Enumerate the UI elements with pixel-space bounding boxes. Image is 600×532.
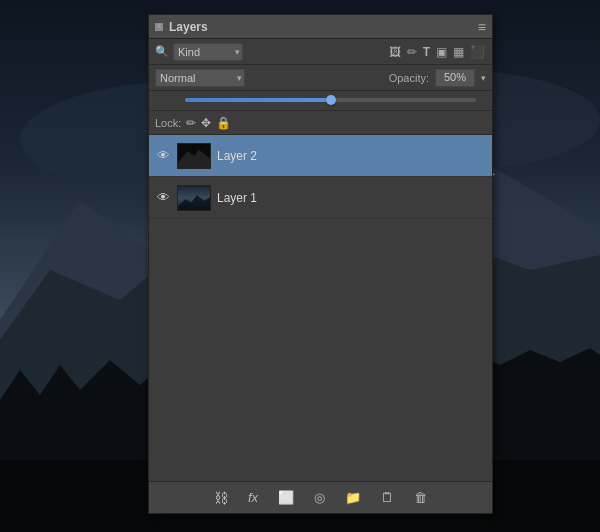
layers-list: 👁 Layer 2 👁 [149,135,492,481]
blend-mode-wrapper: Normal Dissolve Multiply Screen Overlay [155,69,245,87]
filter-type-icon[interactable]: T [422,44,431,60]
filter-search-icon: 🔍 [155,45,169,58]
layer-item-1[interactable]: 👁 Layer 1 [149,177,492,219]
visibility-icon-2[interactable]: 👁 [155,148,171,163]
opacity-value[interactable]: 50% [435,69,475,87]
link-layers-button[interactable]: ⛓ [210,488,232,508]
opacity-dropdown-arrow[interactable]: ▾ [481,73,486,83]
filter-fill-icon[interactable]: ⬛ [469,44,486,60]
opacity-slider-thumb[interactable] [326,95,336,105]
opacity-slider-row [149,91,492,111]
panel-toolbar: ⛓ fx ⬜ ◎ 📁 🗒 🗑 [149,481,492,513]
opacity-slider-fill [185,98,331,102]
panel-titlebar: × Layers ≡ [149,15,492,39]
filter-image-icon[interactable]: 🖼 [388,44,402,60]
layer-thumbnail-2 [177,143,211,169]
filter-row: 🔍 Kind Name Effect Mode Attribute Color … [149,39,492,65]
delete-layer-button[interactable]: 🗑 [410,488,431,507]
adjustment-button[interactable]: ◎ [310,488,329,507]
layer-item-2[interactable]: 👁 Layer 2 [149,135,492,177]
opacity-label: Opacity: [389,72,429,84]
lock-position-icon[interactable]: ✥ [201,116,211,130]
close-button[interactable]: × [155,23,163,31]
new-layer-button[interactable]: 🗒 [377,488,398,507]
filter-adjustment-icon[interactable]: ✏ [406,44,418,60]
lock-all-icon[interactable]: 🔒 [216,116,231,130]
lock-row: Lock: ✏ ✥ 🔒 [149,111,492,135]
add-mask-button[interactable]: ⬜ [274,488,298,507]
kind-select[interactable]: Kind Name Effect Mode Attribute Color [173,43,243,61]
blend-mode-select[interactable]: Normal Dissolve Multiply Screen Overlay [155,69,245,87]
add-style-button[interactable]: fx [244,488,262,507]
filter-smartobj-icon[interactable]: ▦ [452,44,465,60]
panel-menu-icon[interactable]: ≡ [478,19,486,35]
filter-icons-group: 🖼 ✏ T ▣ ▦ ⬛ [388,44,486,60]
lock-pixels-icon[interactable]: ✏ [186,116,196,130]
filter-shape-icon[interactable]: ▣ [435,44,448,60]
opacity-slider-track[interactable] [185,98,476,102]
panel-title: Layers [163,20,478,34]
lock-label: Lock: [155,117,181,129]
blend-row: Normal Dissolve Multiply Screen Overlay … [149,65,492,91]
layer-thumbnail-1 [177,185,211,211]
visibility-icon-1[interactable]: 👁 [155,190,171,205]
layer-name-2: Layer 2 [217,149,486,163]
layer-name-1: Layer 1 [217,191,486,205]
layers-panel: × Layers ≡ 🔍 Kind Name Effect Mode Attri… [148,14,493,514]
new-group-button[interactable]: 📁 [341,488,365,507]
kind-select-wrapper: Kind Name Effect Mode Attribute Color [173,43,243,61]
